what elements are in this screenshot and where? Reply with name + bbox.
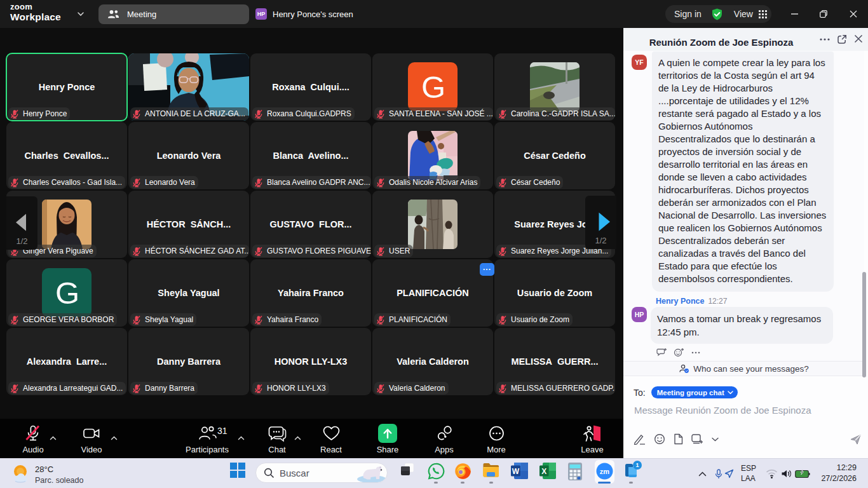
svg-text:X: X	[541, 467, 546, 476]
svg-text:W: W	[512, 467, 520, 476]
svg-text:zm: zm	[600, 468, 610, 475]
